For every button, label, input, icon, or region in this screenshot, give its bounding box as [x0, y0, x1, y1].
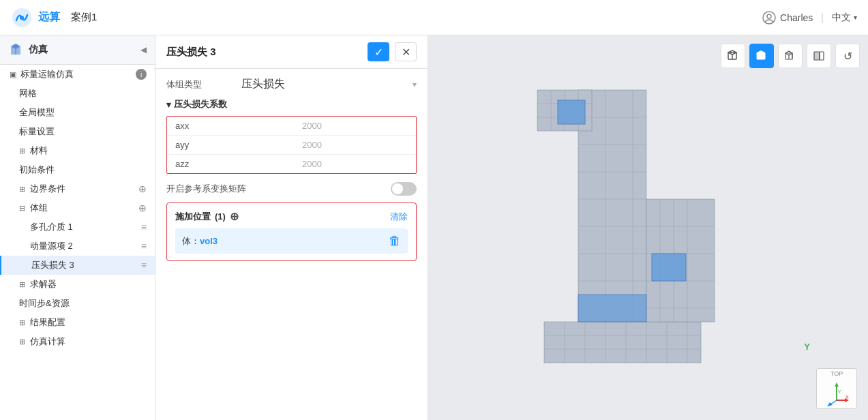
close-button[interactable]: ✕: [395, 42, 417, 61]
user-name: Charles: [780, 12, 813, 23]
info-badge: i: [136, 69, 147, 80]
header-divider: |: [821, 12, 824, 23]
panel: 压头损失 3 ✓ ✕ 体组类型 压头损失 ▾ ▾ 压头损失系数: [155, 35, 428, 420]
add-apply-icon[interactable]: ⊕: [230, 210, 239, 223]
tree-label: 多孔介质 1: [30, 221, 138, 233]
user-info: Charles: [762, 11, 813, 25]
tree-label: 结果配置: [30, 316, 147, 329]
panel-header-buttons: ✓ ✕: [368, 42, 417, 61]
panel-content: 体组类型 压头损失 ▾ ▾ 压头损失系数 axx 2000 ayy 2000: [155, 69, 428, 420]
tree-item[interactable]: 全局模型: [0, 103, 155, 122]
sidebar-cube-icon: [8, 42, 23, 57]
svg-text:Y: Y: [838, 389, 841, 394]
tree-item[interactable]: 多孔介质 1 ≡: [0, 217, 155, 237]
expand-icon: ▣: [10, 70, 18, 79]
sidebar-collapse-icon[interactable]: ◀: [140, 45, 147, 55]
clear-button[interactable]: 清除: [390, 211, 408, 223]
y-axis-label: Y: [804, 342, 810, 352]
coeff-section-title: ▾ 压头损失系数: [166, 98, 417, 110]
svg-rect-54: [578, 295, 646, 322]
coeff-row-azz: azz 2000: [167, 155, 416, 173]
add-boundary-icon[interactable]: ⊕: [138, 183, 147, 194]
menu-icon[interactable]: ≡: [141, 241, 147, 252]
apply-count: (1): [215, 211, 226, 222]
app-title: 远算: [38, 10, 60, 25]
group-type-row: 体组类型 压头损失 ▾: [166, 77, 417, 91]
sidebar: 仿真 ◀ ▣ 标量运输仿真 i 网格 全局模型 标量设置 ⊞ 材料 初始条件 ⊞…: [0, 35, 155, 420]
chevron-down-icon: ▾: [854, 14, 857, 21]
tree-item[interactable]: ⊞ 边界条件 ⊕: [0, 179, 155, 198]
tree-label: 网格: [19, 87, 147, 100]
coeff-key: ayy: [175, 140, 216, 150]
toggle-label: 开启参考系变换矩阵: [166, 183, 246, 195]
apply-item-name: vol3: [200, 236, 218, 246]
sidebar-header: 仿真 ◀: [0, 35, 155, 65]
expand-icon: ⊞: [19, 185, 27, 194]
panel-title: 压头损失 3: [166, 46, 216, 59]
svg-rect-17: [820, 52, 824, 60]
app-logo-icon: [11, 7, 33, 29]
menu-icon[interactable]: ≡: [141, 222, 147, 232]
coeff-value[interactable]: 2000: [216, 140, 408, 150]
chevron-icon: ▾: [166, 100, 171, 110]
apply-item: 体：vol3 🗑: [175, 228, 408, 254]
tree-item[interactable]: ⊞ 求解器: [0, 275, 155, 294]
svg-rect-34: [558, 100, 585, 124]
svg-marker-56: [835, 382, 839, 387]
tree-item[interactable]: ⊟ 体组 ⊕: [0, 198, 155, 217]
coeff-key: azz: [175, 159, 216, 169]
tree-item[interactable]: 标量设置: [0, 122, 155, 141]
tree-item[interactable]: ▣ 标量运输仿真 i: [0, 65, 155, 84]
viewport: ↺: [428, 35, 868, 420]
tree-item[interactable]: 网格: [0, 84, 155, 103]
transform-toggle-row: 开启参考系变换矩阵: [166, 182, 417, 196]
tree-label: 动量源项 2: [30, 240, 138, 252]
user-icon: [762, 11, 776, 25]
main-layout: 仿真 ◀ ▣ 标量运输仿真 i 网格 全局模型 标量设置 ⊞ 材料 初始条件 ⊞…: [0, 35, 868, 420]
svg-text:X: X: [845, 395, 849, 400]
tree-item[interactable]: 时间步&资源: [0, 294, 155, 313]
tree-label: 初始条件: [19, 164, 147, 176]
tree-label: 材料: [30, 145, 147, 157]
sidebar-title: 仿真: [29, 44, 48, 56]
add-body-group-icon[interactable]: ⊕: [138, 202, 147, 213]
group-type-label: 体组类型: [166, 78, 241, 91]
svg-point-1: [20, 16, 24, 20]
tree-label: 标量运输仿真: [20, 68, 133, 80]
chevron-down-icon: ▾: [413, 80, 417, 89]
group-type-select[interactable]: 压头损失 ▾: [241, 77, 417, 91]
sidebar-header-left: 仿真: [8, 42, 48, 57]
tree-item[interactable]: ⊞ 结果配置: [0, 313, 155, 332]
coeff-row-axx: axx 2000: [167, 117, 416, 136]
project-title: 案例1: [71, 11, 97, 24]
svg-rect-16: [814, 52, 820, 60]
transform-toggle[interactable]: [391, 182, 417, 196]
axis-arrows: Y X: [823, 380, 850, 407]
coeff-value[interactable]: 2000: [216, 159, 408, 169]
apply-title: 施加位置 (1) ⊕: [175, 210, 239, 223]
mesh-visualization: [469, 63, 851, 390]
top-label: TOP: [830, 370, 843, 377]
menu-icon[interactable]: ≡: [141, 260, 147, 271]
tree-label: 时间步&资源: [19, 297, 147, 310]
delete-apply-icon[interactable]: 🗑: [389, 234, 401, 248]
tree-item-pressure-loss[interactable]: 压头损失 3 ≡: [0, 256, 155, 275]
cube-solid-icon: [755, 49, 768, 63]
coeff-value[interactable]: 2000: [216, 121, 408, 131]
apply-section: 施加位置 (1) ⊕ 清除 体：vol3 🗑: [166, 202, 417, 261]
header-right: Charles | 中文 ▾: [762, 11, 857, 25]
logo: 远算 案例1: [11, 7, 97, 29]
apply-item-label: 体：vol3: [182, 235, 218, 247]
tree-item[interactable]: 动量源项 2 ≡: [0, 237, 155, 256]
tree-item[interactable]: ⊞ 材料: [0, 141, 155, 160]
tree-item[interactable]: 初始条件: [0, 160, 155, 179]
apply-header: 施加位置 (1) ⊕ 清除: [175, 210, 408, 223]
tree-label: 压头损失 3: [31, 259, 138, 271]
svg-point-3: [767, 14, 771, 18]
coordinate-indicator: TOP Y X: [816, 368, 857, 409]
language-selector[interactable]: 中文 ▾: [832, 12, 857, 24]
wireframe-icon: [783, 49, 797, 63]
confirm-button[interactable]: ✓: [368, 42, 389, 61]
tree-label: 求解器: [30, 278, 147, 290]
tree-item[interactable]: ⊞ 仿真计算: [0, 332, 155, 351]
